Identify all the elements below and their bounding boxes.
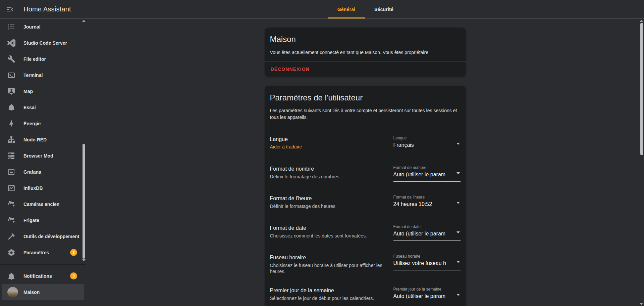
hammer-icon bbox=[7, 232, 15, 241]
select-format-nombre[interactable]: Format de nombre Auto (utiliser le param bbox=[393, 166, 461, 182]
setting-description: Choisissez comment les dates sont format… bbox=[270, 233, 367, 239]
select-format-date[interactable]: Format de date Auto (utiliser le param bbox=[393, 225, 461, 241]
home-assistant-app: Home Assistant Général Sécurité Journal … bbox=[0, 0, 644, 306]
sidebar-item-cameras-ancien[interactable]: Caméras ancien bbox=[0, 196, 86, 212]
cog-icon bbox=[7, 249, 15, 257]
main-content: Maison Vous êtes actuellement connecté e… bbox=[86, 19, 644, 306]
select-floating-label: Premier jour de la semaine bbox=[393, 287, 461, 291]
sidebar-item-frigate[interactable]: Frigate bbox=[0, 212, 86, 228]
server-icon bbox=[7, 152, 15, 160]
profile-card-description: Vous êtes actuellement connecté en tant … bbox=[270, 49, 461, 61]
main-scrollbar-thumb[interactable] bbox=[640, 23, 643, 155]
sidebar-item-browser-mod[interactable]: Browser Mod bbox=[0, 148, 86, 164]
help-translate-link[interactable]: Aider à traduire bbox=[270, 144, 302, 149]
select-value: Auto (utiliser le param bbox=[393, 230, 451, 237]
user-settings-card: Paramètres de l'utilisateur Les paramètr… bbox=[265, 86, 466, 306]
main-scroll-down-arrow[interactable] bbox=[640, 303, 643, 305]
dropdown-arrow-icon bbox=[457, 172, 460, 174]
sidebar-item-journal[interactable]: Journal bbox=[0, 19, 86, 35]
sidebar-item-notifications[interactable]: Notifications 3 bbox=[0, 268, 86, 284]
setting-label: Format de date bbox=[270, 225, 367, 231]
dropdown-arrow-icon bbox=[457, 294, 460, 296]
setting-row-premier-jour: Premier jour de la semaine Sélectionnez … bbox=[270, 287, 461, 304]
sidebar-item-label: InfluxDB bbox=[23, 185, 43, 191]
setting-row-langue: Langue Aider à traduire Langue Français bbox=[270, 136, 461, 153]
select-premier-jour[interactable]: Premier jour de la semaine Auto (utilise… bbox=[393, 287, 461, 303]
tab-general[interactable]: Général bbox=[328, 0, 365, 18]
profile-card: Maison Vous êtes actuellement connecté e… bbox=[265, 28, 466, 77]
sidebar-item-label: Maison bbox=[23, 290, 40, 295]
setting-row-fuseau-horaire: Fuseau horaire Choisissez le fuseau hora… bbox=[270, 254, 461, 274]
sidebar-scrollbar-thumb[interactable] bbox=[83, 144, 85, 259]
logout-button[interactable]: DÉCONNEXION bbox=[267, 67, 313, 72]
tab-securite[interactable]: Sécurité bbox=[365, 0, 403, 18]
sidebar-item-energie[interactable]: Énergie bbox=[0, 116, 86, 132]
sidebar-item-label: Node-RED bbox=[23, 137, 47, 142]
setting-description: Choisissez le fuseau horaire à utiliser … bbox=[270, 262, 393, 274]
sidebar-item-outils-developpement[interactable]: Outils de développement bbox=[0, 228, 86, 245]
select-langue[interactable]: Langue Français bbox=[393, 136, 461, 152]
lightning-icon bbox=[7, 120, 15, 128]
sidebar-header: Home Assistant bbox=[0, 0, 86, 18]
dropdown-arrow-icon bbox=[457, 231, 460, 233]
cctv-icon bbox=[7, 216, 15, 224]
sidebar-item-label: Browser Mod bbox=[23, 153, 53, 159]
sidebar-item-label: Frigate bbox=[23, 218, 39, 223]
settings-card-description: Les paramètres suivants sont liés à votr… bbox=[270, 107, 460, 121]
main-scroll-up-arrow[interactable] bbox=[640, 20, 643, 22]
select-value: Auto (utiliser le param bbox=[393, 171, 451, 178]
sidebar: Journal Studio Code Server File editor T… bbox=[0, 19, 86, 306]
sidebar-item-node-red[interactable]: Node-RED bbox=[0, 132, 86, 148]
sidebar-item-parametres[interactable]: Paramètres 3 bbox=[0, 245, 86, 261]
profile-card-title: Maison bbox=[270, 34, 461, 44]
setting-row-format-date: Format de date Choisissez comment les da… bbox=[270, 225, 461, 242]
select-floating-label: Format de nombre bbox=[393, 166, 461, 170]
sidebar-scroll-up-arrow[interactable] bbox=[82, 20, 86, 22]
chart-line-icon bbox=[7, 184, 15, 192]
select-floating-label: Format de l'heure bbox=[393, 195, 461, 199]
setting-label: Langue bbox=[270, 136, 302, 143]
sidebar-item-label: Terminal bbox=[23, 73, 43, 78]
menu-open-icon[interactable] bbox=[6, 5, 14, 13]
sidebar-item-label: Journal bbox=[23, 24, 41, 30]
setting-row-format-nombre: Format de nombre Définir le formatage de… bbox=[270, 166, 461, 182]
settings-card-title: Paramètres de l'utilisateur bbox=[270, 92, 461, 103]
bell-icon bbox=[7, 103, 15, 112]
format-list-icon bbox=[7, 23, 15, 31]
select-fuseau-horaire[interactable]: Fuseau horaire Utilisez votre fuseau h bbox=[393, 254, 461, 270]
select-format-heure[interactable]: Format de l'heure 24 heures 10:52 bbox=[393, 195, 461, 211]
settings-badge: 3 bbox=[70, 249, 77, 256]
bell-icon bbox=[7, 272, 15, 280]
select-value: 24 heures 10:52 bbox=[393, 201, 451, 208]
dropdown-arrow-icon bbox=[457, 261, 460, 263]
setting-row-format-heure: Format de l'heure Définir le formatage d… bbox=[270, 195, 461, 212]
sidebar-scroll-down-arrow[interactable] bbox=[82, 259, 86, 261]
sidebar-item-influxdb[interactable]: InfluxDB bbox=[0, 180, 86, 196]
sidebar-item-essai[interactable]: Essai bbox=[0, 99, 86, 116]
setting-label: Fuseau horaire bbox=[270, 254, 393, 261]
sidebar-item-label: Caméras ancien bbox=[23, 202, 59, 207]
setting-label: Premier jour de la semaine bbox=[270, 287, 374, 294]
wrench-icon bbox=[7, 55, 15, 63]
sidebar-item-file-editor[interactable]: File editor bbox=[0, 51, 86, 67]
console-icon bbox=[7, 71, 15, 79]
header-tabs: Général Sécurité bbox=[86, 0, 644, 18]
setting-label: Format de l'heure bbox=[270, 195, 335, 202]
notifications-badge: 3 bbox=[70, 272, 77, 279]
vscode-icon bbox=[7, 39, 15, 47]
sitemap-icon bbox=[7, 136, 15, 144]
sidebar-item-grafana[interactable]: Grafana bbox=[0, 164, 86, 180]
setting-description: Sélectionnez le jour de début pour les c… bbox=[270, 295, 374, 301]
setting-label: Format de nombre bbox=[270, 166, 339, 172]
sidebar-item-label: Énergie bbox=[23, 121, 41, 126]
sidebar-item-studio-code-server[interactable]: Studio Code Server bbox=[0, 35, 86, 51]
settings-rows: Langue Aider à traduire Langue Français … bbox=[270, 136, 461, 304]
setting-description: Définir le formatage des nombres bbox=[270, 174, 339, 180]
sidebar-item-label: Notifications bbox=[23, 273, 52, 279]
sidebar-item-map[interactable]: Map bbox=[0, 83, 86, 99]
select-value: Auto (utiliser le param bbox=[393, 293, 451, 300]
select-value: Français bbox=[393, 141, 451, 148]
sidebar-bottom-section: Notifications 3 Maison bbox=[0, 264, 86, 306]
sidebar-item-profile-maison[interactable]: Maison bbox=[2, 284, 84, 300]
sidebar-item-terminal[interactable]: Terminal bbox=[0, 67, 86, 83]
